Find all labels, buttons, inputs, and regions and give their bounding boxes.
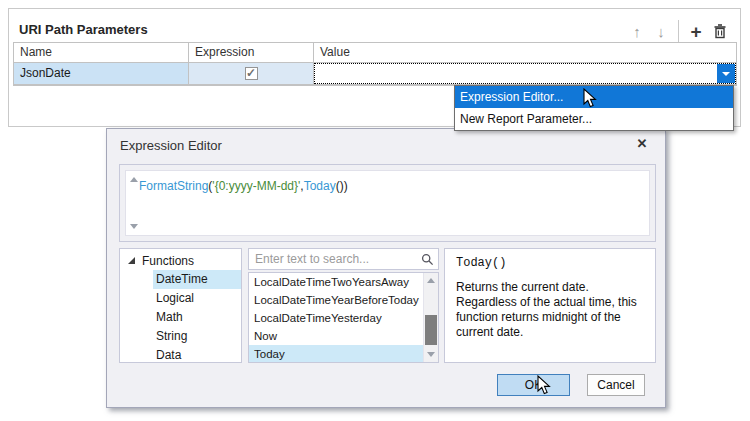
expression-code-line: FormatString('{0:yyyy-MM-dd}',Today()) (139, 179, 348, 193)
tree-node-string[interactable]: String (153, 327, 241, 346)
close-icon[interactable]: ✕ (634, 136, 650, 152)
screen: URI Path Parameters ↑ ↓ + (0, 0, 750, 421)
value-dropdown-menu: Expression Editor... New Report Paramete… (454, 85, 734, 131)
tree-node-data[interactable]: Data (153, 346, 241, 365)
functions-list: LocalDateTimeTwoYearsAway LocalDateTimeY… (248, 272, 439, 363)
cell-name[interactable]: JsonDate (14, 63, 189, 84)
token-string: '{0:yyyy-MM-dd}' (212, 179, 300, 193)
expression-code-group: FormatString('{0:yyyy-MM-dd}',Today()) (119, 164, 656, 242)
function-description-panel: Today() Returns the current date. Regard… (444, 248, 656, 363)
menu-item-expression-editor[interactable]: Expression Editor... (455, 86, 733, 108)
value-editor (314, 63, 736, 84)
chevron-down-icon (722, 72, 730, 76)
scroll-down-icon[interactable] (130, 224, 138, 229)
list-item-today[interactable]: Today (249, 345, 438, 363)
tree-expander-icon[interactable] (128, 257, 135, 264)
trash-icon (713, 24, 727, 39)
checkmark-icon: ✓ (246, 67, 256, 79)
list-item[interactable]: LocalDateTimeYesterday (249, 309, 423, 327)
search-input[interactable] (251, 250, 416, 268)
value-input[interactable] (315, 64, 717, 83)
column-header-expression[interactable]: Expression (189, 43, 314, 62)
function-description: Returns the current date. Regardless of … (456, 280, 647, 340)
column-header-value[interactable]: Value (314, 43, 736, 62)
plus-icon: + (690, 22, 701, 41)
dialog-title: Expression Editor (120, 138, 222, 153)
tree-root-label: Functions (142, 254, 194, 268)
scroll-up-icon[interactable] (427, 278, 435, 283)
token-function: FormatString (139, 179, 208, 193)
value-dropdown-button[interactable] (717, 64, 735, 83)
functions-tree: Functions DateTime Logical Math String D… (119, 248, 242, 363)
table-row: JsonDate ✓ (14, 63, 736, 85)
scroll-up-icon[interactable] (130, 177, 138, 182)
menu-item-new-report-parameter[interactable]: New Report Parameter... (455, 108, 733, 130)
tree-node-logical[interactable]: Logical (153, 289, 241, 308)
panel-title: URI Path Parameters (19, 22, 148, 37)
delete-parameter-button[interactable] (708, 19, 732, 43)
expression-editor-dialog: Expression Editor ✕ FormatString('{0:yyy… (106, 128, 666, 408)
expression-code-editor[interactable]: FormatString('{0:yyyy-MM-dd}',Today()) (125, 170, 650, 236)
cell-expression[interactable]: ✓ (189, 63, 314, 84)
list-item[interactable]: LocalDateTimeYearBeforeToday (249, 291, 423, 309)
list-item[interactable]: LocalDateTimeTwoYearsAway (249, 273, 423, 291)
move-down-button[interactable]: ↓ (649, 19, 673, 43)
move-up-button[interactable]: ↑ (625, 19, 649, 43)
toolbar-separator (678, 20, 679, 42)
cancel-button[interactable]: Cancel (587, 374, 645, 396)
column-header-name[interactable]: Name (14, 43, 189, 62)
parameters-grid: Name Expression Value JsonDate ✓ (13, 42, 737, 86)
token-function2: Today (304, 179, 336, 193)
token-paren2: ()) (336, 179, 348, 193)
tree-node-datetime[interactable]: DateTime (153, 270, 241, 289)
cell-value (314, 63, 736, 84)
expression-checkbox[interactable]: ✓ (245, 67, 258, 80)
scroll-down-icon[interactable] (427, 352, 435, 357)
function-search-box (248, 248, 439, 270)
list-scrollbar[interactable] (423, 273, 438, 362)
scrollbar-thumb[interactable] (425, 315, 437, 345)
panel-toolbar: ↑ ↓ + (625, 19, 732, 43)
grid-header-row: Name Expression Value (14, 43, 736, 63)
arrow-up-icon: ↑ (633, 24, 641, 39)
arrow-down-icon: ↓ (657, 24, 665, 39)
ok-button[interactable]: OK (497, 374, 570, 396)
function-signature: Today() (456, 256, 506, 270)
tree-node-functions[interactable]: Functions (120, 251, 241, 270)
tree-node-math[interactable]: Math (153, 308, 241, 327)
list-item[interactable]: Now (249, 327, 423, 345)
add-parameter-button[interactable]: + (684, 19, 708, 43)
search-icon (421, 253, 434, 266)
